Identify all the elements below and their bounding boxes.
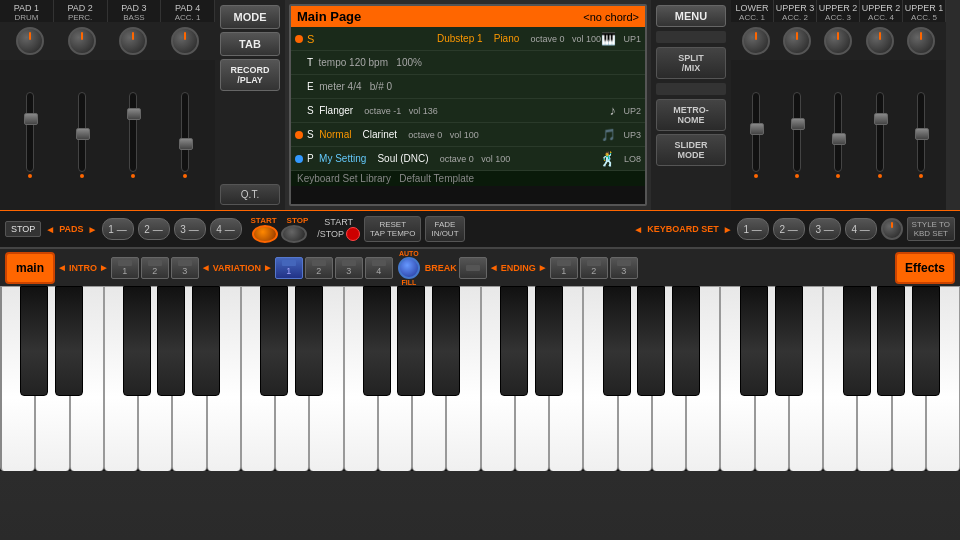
pad-num-3[interactable]: 3 —: [174, 218, 206, 240]
white-key-10[interactable]: [309, 286, 343, 471]
white-key-2[interactable]: [35, 286, 69, 471]
intro-btn-3[interactable]: 3: [171, 257, 199, 279]
metronome-button[interactable]: METRO- NOME: [656, 99, 726, 131]
white-key-6[interactable]: [172, 286, 206, 471]
mode-button[interactable]: MODE: [220, 5, 280, 29]
pad1-knob[interactable]: [16, 27, 44, 55]
racc1-knob[interactable]: [742, 27, 770, 55]
display-row-mysetting[interactable]: P My Setting Soul (DNC) octave 0 vol 100…: [291, 147, 645, 171]
display-row-meter[interactable]: E meter 4/4 b/# 0: [291, 75, 645, 99]
display-row-1[interactable]: S Dubstep 1 Piano octave 0 vol 100 🎹 UP1: [291, 27, 645, 51]
white-key-20[interactable]: [652, 286, 686, 471]
row-mysetting-indicator: [295, 155, 303, 163]
white-key-28[interactable]: [926, 286, 960, 471]
racc3-slider[interactable]: [834, 92, 842, 172]
pad-num-1[interactable]: 1 —: [102, 218, 134, 240]
auto-fill-btn[interactable]: [398, 257, 420, 279]
white-key-12[interactable]: [378, 286, 412, 471]
white-key-9[interactable]: [275, 286, 309, 471]
lower-acc1-label: LOWERACC. 1: [731, 0, 774, 22]
racc2-slider[interactable]: [793, 92, 801, 172]
break-btn[interactable]: [459, 257, 487, 279]
white-key-3[interactable]: [70, 286, 104, 471]
keyboard[interactable]: [0, 286, 960, 471]
pad1-slider[interactable]: [26, 92, 34, 172]
pad3-knob[interactable]: [119, 27, 147, 55]
break-label: BREAK: [425, 263, 457, 273]
slider-mode-button[interactable]: SLIDER MODE: [656, 134, 726, 166]
white-key-21[interactable]: [686, 286, 720, 471]
white-key-27[interactable]: [892, 286, 926, 471]
white-key-5[interactable]: [138, 286, 172, 471]
kbd-right-arrow: ►: [723, 224, 733, 235]
white-key-23[interactable]: [755, 286, 789, 471]
reset-tap-tempo-btn[interactable]: RESET TAP TEMPO: [364, 216, 421, 242]
racc5-slider-track: [905, 64, 938, 206]
white-key-18[interactable]: [583, 286, 617, 471]
ending-btn-3[interactable]: 3: [610, 257, 638, 279]
display-row-normal[interactable]: S Normal Clarinet octave 0 vol 100 🎵 UP3: [291, 123, 645, 147]
synchro-start-btn[interactable]: [252, 225, 278, 243]
white-key-8[interactable]: [241, 286, 275, 471]
display-row-flanger[interactable]: S Flanger octave -1 vol 136 ♪ UP2: [291, 99, 645, 123]
intro-btn-1[interactable]: 1: [111, 257, 139, 279]
white-key-17[interactable]: [549, 286, 583, 471]
main-button[interactable]: main: [5, 252, 55, 284]
pad-num-4[interactable]: 4 —: [210, 218, 242, 240]
menu-slider1[interactable]: [656, 31, 726, 43]
variation-btn-1[interactable]: 1: [275, 257, 303, 279]
pad-num-2[interactable]: 2 —: [138, 218, 170, 240]
kbd-num-3[interactable]: 3 —: [809, 218, 841, 240]
row1-indicator: [295, 35, 303, 43]
display-row-tempo[interactable]: T tempo 120 bpm 100%: [291, 51, 645, 75]
racc3-knob[interactable]: [824, 27, 852, 55]
pad3-slider[interactable]: [129, 92, 137, 172]
pad2-slider[interactable]: [78, 92, 86, 172]
fade-in-out-btn[interactable]: FADE IN/OUT: [425, 216, 464, 242]
qt-button[interactable]: Q.T.: [220, 184, 280, 205]
white-key-1[interactable]: [0, 286, 35, 471]
effects-button[interactable]: Effects: [895, 252, 955, 284]
variation-btn-2[interactable]: 2: [305, 257, 333, 279]
white-key-24[interactable]: [789, 286, 823, 471]
white-key-11[interactable]: [344, 286, 378, 471]
pads-label: PADS: [59, 224, 83, 234]
racc4-knob[interactable]: [866, 27, 894, 55]
white-key-22[interactable]: [720, 286, 754, 471]
white-key-19[interactable]: [618, 286, 652, 471]
white-key-4[interactable]: [104, 286, 138, 471]
stop-button[interactable]: STOP: [5, 221, 41, 237]
variation-btn-4[interactable]: 4: [365, 257, 393, 279]
white-key-16[interactable]: [515, 286, 549, 471]
racc5-knob[interactable]: [907, 27, 935, 55]
kbd-num-4[interactable]: 4 —: [845, 218, 877, 240]
ending-btn-1[interactable]: 1: [550, 257, 578, 279]
racc1-slider[interactable]: [752, 92, 760, 172]
white-key-14[interactable]: [446, 286, 480, 471]
intro-btn-2[interactable]: 2: [141, 257, 169, 279]
synchro-stop-btn[interactable]: [281, 225, 307, 243]
pad4-knob[interactable]: [171, 27, 199, 55]
variation-btn-3[interactable]: 3: [335, 257, 363, 279]
racc4-slider[interactable]: [876, 92, 884, 172]
ending-btn-2[interactable]: 2: [580, 257, 608, 279]
record-play-button[interactable]: RECORD /PLAY: [220, 59, 280, 91]
kbd-num-1[interactable]: 1 —: [737, 218, 769, 240]
white-key-25[interactable]: [823, 286, 857, 471]
split-mix-button[interactable]: SPLIT /MIX: [656, 47, 726, 79]
kbd-num-2[interactable]: 2 —: [773, 218, 805, 240]
menu-slider2[interactable]: [656, 83, 726, 95]
kbd-knob[interactable]: [881, 218, 903, 240]
racc2-knob[interactable]: [783, 27, 811, 55]
tab-button[interactable]: TAB: [220, 32, 280, 56]
style-to-kbd-set-btn[interactable]: STYLE TO KBD SET: [907, 217, 955, 241]
white-key-13[interactable]: [412, 286, 446, 471]
white-key-26[interactable]: [857, 286, 891, 471]
pad4-slider[interactable]: [181, 92, 189, 172]
racc2-slider-track: [780, 64, 813, 206]
pad2-knob[interactable]: [68, 27, 96, 55]
white-key-7[interactable]: [207, 286, 241, 471]
white-key-15[interactable]: [481, 286, 515, 471]
racc5-slider[interactable]: [917, 92, 925, 172]
menu-button[interactable]: MENU: [656, 5, 726, 27]
